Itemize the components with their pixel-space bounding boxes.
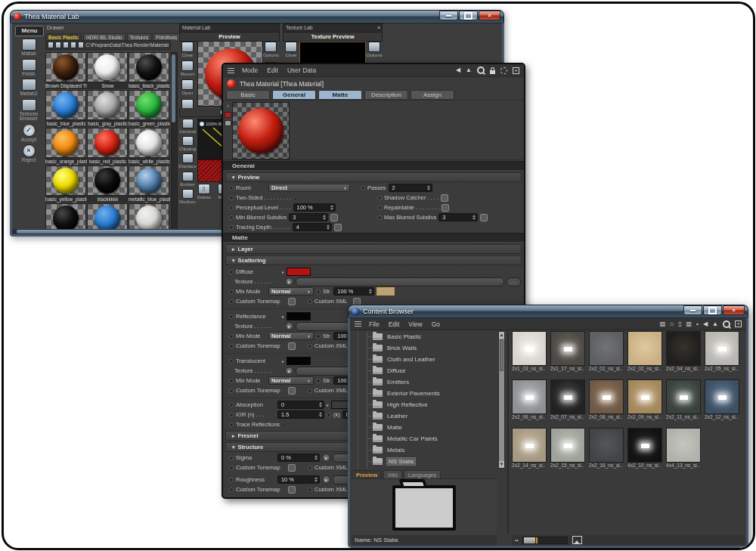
menu-item[interactable]: Go xyxy=(432,320,440,328)
tree-item[interactable]: Basic Plastic xyxy=(352,331,497,342)
texture-browse-button[interactable]: ... xyxy=(507,277,521,286)
attribute-tab[interactable]: Description xyxy=(364,90,408,100)
material-cell[interactable]: basic_orange_plast xyxy=(45,128,87,166)
drawer-tab[interactable]: Basic Plastic xyxy=(45,33,82,40)
subsection-layer[interactable]: Layer xyxy=(225,244,522,254)
minimize-button[interactable] xyxy=(439,11,458,20)
str-color-swatch[interactable] xyxy=(376,287,395,296)
mix-mode-dropdown[interactable]: Normal▼ xyxy=(268,332,314,340)
color-swatch[interactable] xyxy=(287,312,311,320)
menu-item[interactable]: View xyxy=(408,320,422,328)
large-thumbs-icon[interactable] xyxy=(572,536,582,544)
tree-item[interactable]: Metallic Car Paints xyxy=(352,433,497,444)
thumbnail-cell[interactable]: 2x2_04_ns_sl.. xyxy=(666,331,701,378)
up-icon[interactable]: ▲ xyxy=(466,67,472,74)
triangle-icon[interactable]: ▸ xyxy=(327,402,329,407)
tracing-field[interactable]: 4 xyxy=(293,223,332,231)
menu-item[interactable]: File xyxy=(369,320,380,328)
layer-type-button[interactable]: Emitter xyxy=(180,172,195,187)
menu-item[interactable]: Edit xyxy=(267,67,278,74)
bottom-tab[interactable]: Preview xyxy=(352,470,382,478)
edit-icon[interactable]: ▨ xyxy=(660,320,666,328)
material-cell[interactable] xyxy=(129,203,170,232)
tree-item[interactable]: Metals xyxy=(352,444,497,456)
max-blurred-field[interactable]: 3 xyxy=(438,213,478,221)
material-cell[interactable]: basic_gray_plastic xyxy=(87,90,129,128)
structure-param-field[interactable]: 0 % xyxy=(277,497,320,499)
triangle-icon[interactable]: ▸ xyxy=(282,269,284,274)
toolbar-icon[interactable] xyxy=(63,42,69,48)
thumbnail-cell[interactable]: 2x2_02_ns_sl.. xyxy=(627,331,662,378)
lock-icon[interactable] xyxy=(490,70,495,74)
tree-scrollbar[interactable]: ▲ ▼ xyxy=(498,331,505,469)
custom-tonemap-checkbox[interactable] xyxy=(288,298,296,305)
custom-xml-checkbox[interactable] xyxy=(353,298,361,305)
mix-mode-dropdown[interactable]: Normal▼ xyxy=(268,376,314,385)
subsection-scattering[interactable]: Scattering xyxy=(225,255,522,265)
attribute-tab[interactable]: Matte xyxy=(318,90,362,100)
bottom-tab[interactable]: Info xyxy=(383,470,402,478)
small-thumbs-icon[interactable]: ▪▪ xyxy=(515,537,518,544)
add-icon[interactable]: + xyxy=(735,320,742,327)
triangle-icon[interactable]: ▸ xyxy=(282,358,284,364)
checkmark-icon[interactable]: ✓ xyxy=(293,194,299,201)
gear-icon[interactable] xyxy=(500,67,507,74)
tree-item[interactable]: Matte xyxy=(352,422,497,433)
home-icon[interactable]: ⌂ xyxy=(670,320,674,328)
sidebar-item[interactable]: × Reject xyxy=(15,144,42,163)
search-icon[interactable] xyxy=(477,67,485,74)
min-blurred-field[interactable]: 3 xyxy=(289,213,328,221)
spinner-arrows-icon[interactable] xyxy=(317,412,322,417)
room-dropdown[interactable]: Direct▼ xyxy=(268,184,350,192)
spinner-arrows-icon[interactable] xyxy=(317,402,322,407)
tree-item[interactable]: Emitters xyxy=(352,376,497,388)
tree-item[interactable]: Brick Walls xyxy=(352,342,497,354)
custom-tonemap-checkbox[interactable] xyxy=(288,486,296,494)
texture-arrow-button[interactable]: ▸ xyxy=(285,277,293,286)
sidebar-item[interactable]: Matlab2 xyxy=(15,79,42,97)
panel-button[interactable]: Clear xyxy=(180,42,195,57)
panel-button[interactable]: Open xyxy=(180,79,195,95)
spinner-arrows-icon[interactable] xyxy=(312,455,318,460)
trash-icon[interactable]: ▯ xyxy=(678,320,681,328)
structure-param-field[interactable]: 0 % xyxy=(277,453,320,462)
options-button[interactable]: Options xyxy=(263,42,278,57)
attribute-tab[interactable]: Assign xyxy=(411,90,454,100)
thumbnail-cell[interactable]: 2x2_09_ns_sl.. xyxy=(627,379,662,426)
panel-divider[interactable] xyxy=(507,331,509,534)
material-cell[interactable]: basic_green_plastic xyxy=(129,90,170,128)
view-columns-icon[interactable]: ▥ xyxy=(686,320,692,328)
thumbnail-cell[interactable]: 2x1_17_ns_sl.. xyxy=(550,331,585,378)
content-browser-titlebar[interactable]: Content Browser × xyxy=(348,305,748,317)
custom-tonemap-checkbox[interactable] xyxy=(288,342,296,350)
texture-lab-close-icon[interactable]: × xyxy=(377,24,382,32)
texture-arrow-button[interactable]: ▸ xyxy=(322,453,330,462)
tracing-checkbox[interactable] xyxy=(334,224,342,231)
toolbar-icon[interactable] xyxy=(70,42,76,48)
spinner-arrows-icon[interactable] xyxy=(367,289,372,294)
texture-arrow-button[interactable]: ▸ xyxy=(285,367,293,375)
texture-arrow-button[interactable]: ▸ xyxy=(322,497,330,499)
toolbar-icon[interactable] xyxy=(78,42,84,48)
passes-field[interactable]: 2 xyxy=(389,184,432,192)
thumbnail-cell[interactable]: 4x4_13_ns_sl.. xyxy=(666,428,701,475)
panel-button[interactable]: Revert xyxy=(180,60,195,76)
texture-arrow-button[interactable]: ▸ xyxy=(322,475,330,484)
drawer-tab[interactable]: Primitives xyxy=(153,33,180,40)
thumbnail-cell[interactable]: 4x2_10_ns_sl.. xyxy=(627,428,662,475)
texture-clear-button[interactable]: Clear xyxy=(284,42,299,57)
triangle-icon[interactable]: ▸ xyxy=(282,314,284,319)
thumbnail-cell[interactable]: 2x1_03_ns_sl.. xyxy=(512,331,547,378)
shadow-catcher-checkbox[interactable] xyxy=(441,194,448,202)
layer-action-button[interactable]: ▯ Delete xyxy=(197,184,211,200)
attribute-tab[interactable]: General xyxy=(272,90,316,100)
thumbnail-cell[interactable]: 2x2_08_ns_sl.. xyxy=(589,379,624,426)
drawer-tab[interactable]: HDRI IBL Studio xyxy=(83,33,125,40)
scroll-down-icon[interactable]: ▼ xyxy=(499,461,504,468)
layer-type-button[interactable]: Clipping xyxy=(180,136,195,151)
ior-field[interactable]: 1.5 xyxy=(277,410,324,419)
subsection-preview[interactable]: Preview xyxy=(225,172,522,182)
structure-param-field[interactable]: 10 % xyxy=(277,475,320,484)
material-cell[interactable]: Brown Displaced Tile xyxy=(45,52,87,90)
maximize-button[interactable] xyxy=(703,305,722,315)
